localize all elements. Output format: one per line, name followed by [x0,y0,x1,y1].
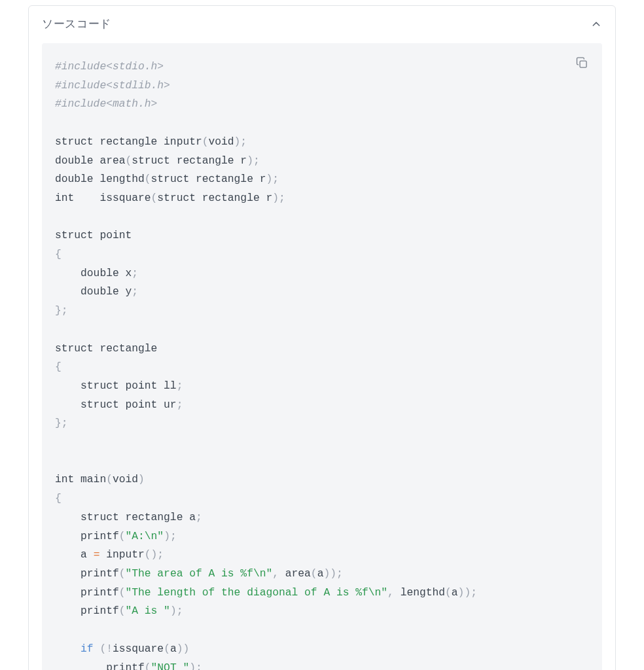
source-code: #include<stdio.h> #include<stdlib.h> #in… [55,58,589,670]
copy-icon [575,56,588,71]
card-title: ソースコード [42,16,111,31]
code-block: #include<stdio.h> #include<stdlib.h> #in… [42,43,602,670]
card-header[interactable]: ソースコード [29,6,615,43]
svg-rect-0 [580,61,586,67]
copy-button[interactable] [573,55,590,72]
source-code-card: ソースコード #include<stdio.h> #include<stdlib… [28,5,616,670]
chevron-up-icon[interactable] [590,18,602,30]
